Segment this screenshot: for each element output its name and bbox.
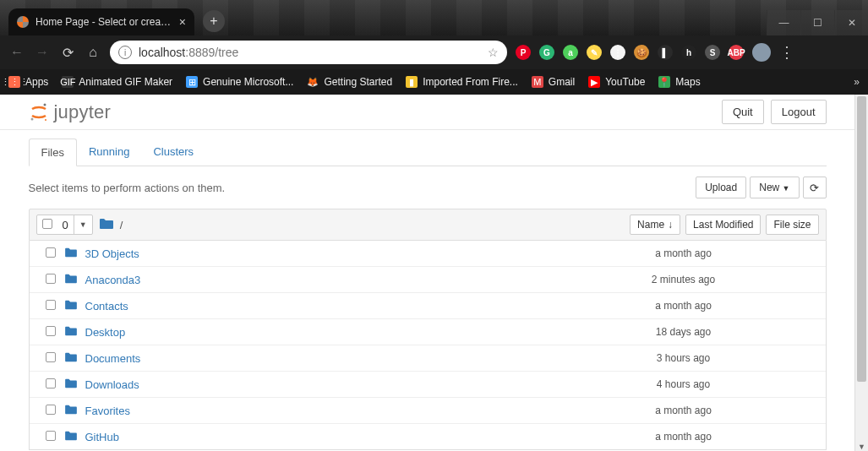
close-tab-icon[interactable]: ×: [179, 15, 186, 29]
bookmark-item[interactable]: ⋮⋮⋮Apps: [8, 76, 48, 88]
extension-icon[interactable]: ✎: [587, 45, 602, 60]
selection-hint: Select items to perform actions on them.: [29, 182, 226, 194]
window-minimize-button[interactable]: —: [767, 10, 800, 35]
tab-clusters[interactable]: Clusters: [141, 139, 205, 166]
bookmarks-overflow-icon[interactable]: »: [854, 76, 860, 88]
table-row: Desktop18 days ago: [30, 318, 826, 345]
bookmark-item[interactable]: ▶YouTube: [588, 76, 645, 88]
folder-icon: [65, 299, 80, 312]
row-checkbox[interactable]: [46, 274, 56, 284]
item-name-link[interactable]: Anaconda3: [85, 274, 141, 286]
sort-name-button[interactable]: Name ↓: [630, 215, 680, 235]
extension-icon[interactable]: a: [563, 45, 578, 60]
bookmark-label: Getting Started: [324, 76, 392, 88]
row-checkbox-cell: [36, 431, 65, 443]
table-row: Contactsa month ago: [30, 292, 826, 318]
bookmark-icon: ▮: [406, 76, 418, 88]
url-text: localhost:8889/tree: [139, 46, 238, 59]
caret-down-icon[interactable]: ▼: [74, 215, 92, 234]
bookmark-item[interactable]: 📍Maps: [658, 76, 700, 88]
new-tab-button[interactable]: +: [203, 10, 225, 32]
tab-files[interactable]: Files: [29, 139, 77, 166]
browser-menu-button[interactable]: ⋮: [779, 43, 794, 62]
svg-point-0: [43, 103, 46, 106]
nav-home-button[interactable]: ⌂: [85, 45, 101, 60]
jupyter-logo-icon: [29, 102, 49, 122]
row-checkbox[interactable]: [46, 326, 56, 336]
row-checkbox[interactable]: [46, 405, 56, 415]
item-name-link[interactable]: Downloads: [85, 378, 139, 391]
site-info-icon[interactable]: i: [118, 46, 132, 59]
row-checkbox[interactable]: [46, 300, 56, 310]
item-name-link[interactable]: Desktop: [85, 326, 126, 339]
row-checkbox-cell: [36, 378, 65, 391]
item-name-link[interactable]: 3D Objects: [85, 247, 139, 260]
extension-icons: PGa✎⋮🍪▌hSABP: [516, 45, 744, 60]
extension-icon[interactable]: P: [516, 45, 531, 60]
upload-button[interactable]: Upload: [696, 177, 746, 198]
window-close-button[interactable]: ✕: [834, 10, 868, 35]
select-all-checkbox[interactable]: [42, 219, 52, 229]
item-name-link[interactable]: Contacts: [85, 300, 128, 312]
quit-button[interactable]: Quit: [722, 100, 764, 124]
extension-icon[interactable]: ⋮: [610, 45, 625, 60]
bookmark-item[interactable]: MGmail: [532, 76, 575, 88]
sort-size-button[interactable]: File size: [766, 215, 818, 235]
scroll-thumb[interactable]: [857, 96, 866, 382]
notebook-tabs: FilesRunningClusters: [29, 139, 827, 166]
bookmark-item[interactable]: ▮Imported From Fire...: [406, 76, 518, 88]
bookmark-item[interactable]: GIFAnimated GIF Maker: [62, 76, 172, 88]
vertical-scrollbar[interactable]: ▲ ▼: [854, 95, 868, 451]
nav-back-button[interactable]: ←: [8, 45, 25, 60]
bookmark-star-icon[interactable]: ☆: [488, 46, 499, 59]
nav-forward-button[interactable]: →: [34, 45, 51, 60]
folder-icon: [65, 247, 80, 260]
bookmark-item[interactable]: 🦊Getting Started: [307, 76, 392, 88]
select-all-dropdown[interactable]: 0 ▼: [36, 215, 93, 235]
row-checkbox[interactable]: [46, 352, 56, 362]
extension-icon[interactable]: ABP: [729, 45, 744, 60]
row-checkbox[interactable]: [46, 247, 56, 258]
item-modified: a month ago: [608, 300, 760, 312]
bookmark-label: Gmail: [549, 76, 575, 88]
table-row: Anaconda32 minutes ago: [30, 266, 826, 292]
extension-icon[interactable]: 🍪: [634, 45, 649, 60]
folder-icon: [65, 273, 80, 286]
row-checkbox[interactable]: [46, 378, 56, 389]
window-maximize-button[interactable]: ☐: [800, 10, 834, 35]
bookmark-label: Imported From Fire...: [423, 76, 518, 88]
omnibox[interactable]: i localhost:8889/tree ☆: [110, 41, 507, 64]
page-content: jupyter Quit Logout FilesRunningClusters…: [0, 95, 868, 451]
table-row: 3D Objectsa month ago: [30, 241, 826, 266]
item-modified: 18 days ago: [608, 326, 760, 338]
bookmark-label: YouTube: [605, 76, 645, 88]
breadcrumb[interactable]: /: [120, 219, 123, 231]
extension-icon[interactable]: G: [539, 45, 554, 60]
caret-down-icon: ▼: [783, 184, 790, 193]
tab-running[interactable]: Running: [77, 139, 141, 166]
new-dropdown[interactable]: New ▼: [750, 177, 799, 198]
item-modified: a month ago: [608, 431, 760, 443]
jupyter-logo[interactable]: jupyter: [29, 101, 111, 123]
item-name-link[interactable]: GitHub: [85, 431, 119, 443]
extension-icon[interactable]: ▌: [658, 45, 673, 60]
extension-icon[interactable]: S: [705, 45, 720, 60]
scroll-down-icon[interactable]: ▼: [855, 443, 868, 451]
profile-avatar[interactable]: [752, 43, 771, 62]
bookmark-icon: GIF: [62, 76, 74, 88]
row-checkbox-cell: [36, 352, 65, 365]
folder-icon[interactable]: [100, 218, 113, 232]
bookmark-item[interactable]: ⊞Genuine Microsoft...: [186, 76, 293, 88]
item-name-link[interactable]: Documents: [85, 352, 141, 365]
nav-reload-button[interactable]: ⟳: [59, 45, 76, 61]
row-checkbox[interactable]: [46, 431, 56, 441]
logout-button[interactable]: Logout: [771, 100, 827, 124]
refresh-button[interactable]: ⟳: [803, 177, 827, 198]
item-name-link[interactable]: Favorites: [85, 405, 130, 417]
browser-tab[interactable]: Home Page - Select or create a n ×: [8, 8, 194, 35]
extension-icon[interactable]: h: [681, 45, 696, 60]
row-checkbox-cell: [36, 326, 65, 339]
sort-modified-button[interactable]: Last Modified: [685, 215, 761, 235]
bookmark-icon: 🦊: [307, 76, 319, 88]
folder-icon: [65, 351, 80, 365]
